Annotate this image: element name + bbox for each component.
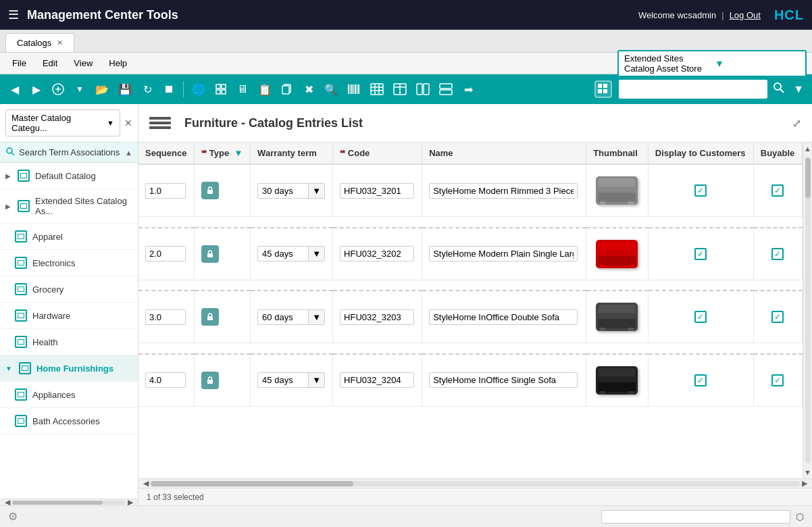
monitor-button[interactable]: 🖥 — [233, 80, 252, 99]
bottom-command-input[interactable] — [601, 510, 790, 524]
content-panel: Furniture - Catalog Entries List ⤢ Seque… — [138, 104, 812, 505]
bottom-external-icon[interactable]: ⬡ — [796, 511, 804, 522]
hamburger-menu[interactable]: ☰ — [8, 7, 19, 22]
code-input[interactable] — [340, 372, 414, 388]
refresh-button[interactable]: ↻ — [138, 80, 157, 99]
split-button[interactable] — [413, 80, 433, 99]
add-dropdown-button[interactable]: ▼ — [70, 80, 89, 99]
buyable-checkbox[interactable]: ✓ — [771, 248, 784, 260]
tab-label: Catalogs — [17, 38, 51, 48]
toolbar-chevron-button[interactable]: ▼ — [790, 80, 807, 98]
grid-button[interactable] — [211, 80, 230, 99]
sequence-input[interactable] — [145, 372, 186, 388]
sidebar-dropdown-chevron: ▼ — [107, 119, 114, 127]
scroll-down-arrow[interactable]: ▼ — [804, 466, 811, 478]
sidebar-item-label: Hardware — [32, 311, 70, 321]
warranty-arrow-icon[interactable]: ▼ — [308, 310, 324, 324]
expand-icon[interactable]: ⤢ — [792, 117, 801, 130]
forward-button[interactable]: ▶ — [27, 80, 46, 99]
sidebar-scroll-left[interactable]: ◀ — [3, 498, 12, 505]
menu-file[interactable]: File — [5, 55, 33, 71]
buyable-checkbox[interactable]: ✓ — [771, 184, 784, 197]
catalog-icon-button[interactable] — [590, 80, 616, 99]
sidebar-item-expand-arrow: ▼ — [5, 365, 12, 372]
sidebar-scroll-up-arrow[interactable]: ▲ — [125, 149, 132, 157]
warranty-arrow-icon[interactable]: ▼ — [308, 373, 324, 387]
menu-help[interactable]: Help — [102, 55, 134, 71]
catalog-icon — [18, 170, 30, 182]
name-input[interactable] — [429, 372, 578, 388]
open-folder-button[interactable]: 📂 — [92, 80, 112, 99]
sidebar-item-bath-accessories[interactable]: Bath Accessories — [0, 408, 138, 434]
sidebar-item-appliances[interactable]: Appliances — [0, 382, 138, 408]
sidebar-item-home-furnishings[interactable]: ▼ Home Furnishings — [0, 355, 138, 382]
table-button[interactable] — [367, 80, 387, 99]
table2-button[interactable] — [390, 80, 410, 99]
hscroll-right-arrow[interactable]: ▶ — [800, 479, 809, 488]
svg-rect-37 — [207, 190, 213, 194]
delete-button[interactable]: ✖ — [299, 80, 318, 99]
display-checkbox[interactable]: ✓ — [694, 184, 707, 197]
buyable-checkbox[interactable]: ✓ — [771, 374, 784, 386]
svg-rect-4 — [222, 84, 226, 89]
sidebar-item-default-catalog[interactable]: ▶ Default Catalog — [0, 163, 138, 189]
sidebar-scroll-right[interactable]: ▶ — [126, 498, 135, 505]
vscroll-thumb — [805, 157, 811, 198]
sequence-input[interactable] — [145, 183, 186, 199]
sidebar-close-icon[interactable]: ✕ — [124, 118, 132, 128]
sidebar-item-health[interactable]: Health — [0, 329, 138, 355]
buyable-checkbox[interactable]: ✓ — [771, 311, 784, 323]
display-checkbox[interactable]: ✓ — [694, 311, 707, 323]
sidebar-item-hardware[interactable]: Hardware — [0, 303, 138, 329]
catalogs-tab[interactable]: Catalogs ✕ — [5, 33, 74, 52]
warranty-arrow-icon[interactable]: ▼ — [308, 184, 324, 198]
copy-button[interactable]: 📋 — [255, 80, 275, 99]
sidebar-category-dropdown[interactable]: Master Catalog Categu... ▼ — [5, 109, 120, 136]
menu-view[interactable]: View — [67, 55, 99, 71]
type-filter-icon[interactable]: ▼ — [234, 148, 243, 158]
copy2-button[interactable] — [278, 80, 297, 99]
warranty-dropdown[interactable]: 45 days ▼ — [257, 246, 325, 261]
sidebar-item-grocery[interactable]: Grocery — [0, 276, 138, 303]
sidebar-item-extended-sites[interactable]: ▶ Extended Sites Catalog As... — [0, 189, 138, 224]
warranty-dropdown[interactable]: 30 days ▼ — [257, 183, 325, 199]
hscroll-track — [151, 481, 800, 486]
warranty-dropdown[interactable]: 45 days ▼ — [257, 372, 325, 388]
search2-button[interactable]: 🔍 — [321, 80, 341, 99]
cell-type — [195, 164, 251, 217]
sidebar-item-electronics[interactable]: Electronics — [0, 250, 138, 276]
name-input[interactable] — [429, 309, 578, 325]
store-selector-chevron[interactable]: ▼ — [715, 58, 800, 69]
tab-close-icon[interactable]: ✕ — [57, 39, 63, 47]
display-checkbox[interactable]: ✓ — [694, 248, 707, 260]
code-input[interactable] — [340, 246, 414, 261]
logout-link[interactable]: Log Out — [730, 10, 761, 20]
hscroll-left-arrow[interactable]: ◀ — [141, 479, 151, 488]
sidebar-search-item[interactable]: Search Term Associations ▲ — [0, 143, 138, 163]
name-input[interactable] — [429, 183, 578, 199]
catalog-icon-inner — [18, 286, 24, 292]
name-input[interactable] — [429, 246, 578, 261]
sidebar-item-apparel[interactable]: Apparel — [0, 224, 138, 250]
sequence-input[interactable] — [145, 309, 186, 325]
barcode-button[interactable] — [344, 80, 364, 99]
split2-button[interactable] — [436, 80, 456, 99]
back-button[interactable]: ◀ — [5, 80, 24, 99]
toolbar-search-button[interactable] — [770, 79, 788, 99]
toolbar-search-input[interactable] — [619, 80, 767, 99]
globe-button[interactable]: 🌐 — [188, 80, 209, 99]
store-selector[interactable]: Extended Sites Catalog Asset Store ▼ — [617, 50, 807, 77]
scroll-up-arrow[interactable]: ▲ — [804, 143, 811, 155]
add-button[interactable] — [49, 80, 68, 99]
code-input[interactable] — [340, 183, 414, 199]
warranty-dropdown[interactable]: 60 days ▼ — [257, 309, 325, 325]
warranty-arrow-icon[interactable]: ▼ — [308, 247, 324, 261]
sidebar-item-label: Bath Accessories — [32, 416, 100, 426]
stop-button[interactable]: ⏹ — [159, 80, 178, 99]
display-checkbox[interactable]: ✓ — [694, 374, 707, 386]
export-button[interactable]: ➡ — [459, 80, 478, 99]
menu-edit[interactable]: Edit — [36, 55, 64, 71]
save-button[interactable]: 💾 — [115, 80, 135, 99]
code-input[interactable] — [340, 309, 414, 325]
sequence-input[interactable] — [145, 246, 186, 261]
